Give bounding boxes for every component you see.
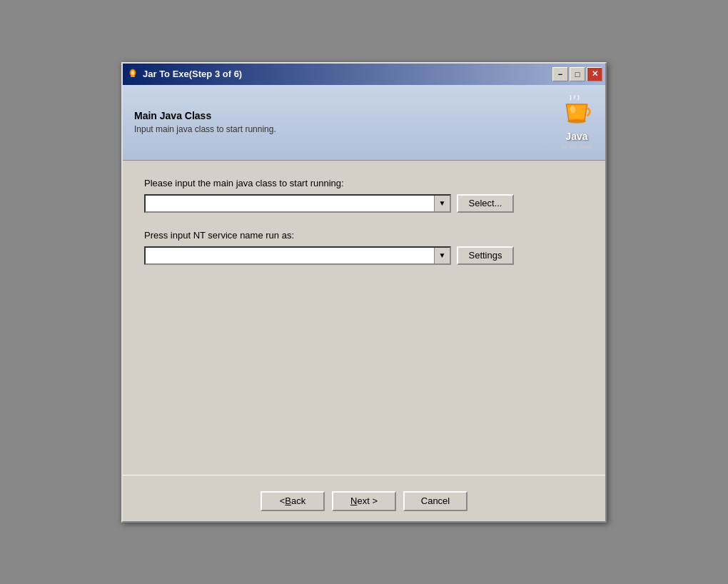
java-cup-icon — [560, 95, 594, 129]
footer-buttons-area: < Back Next > Cancel — [123, 484, 605, 521]
title-bar-left: Jar To Exe(Step 3 of 6) — [127, 69, 242, 80]
nt-service-field-group: Press input NT service name run as: ▼ Se… — [144, 230, 584, 265]
main-class-field-group: Please input the main java class to star… — [144, 178, 584, 213]
main-class-label: Please input the main java class to star… — [144, 178, 584, 188]
footer-buttons: < Back Next > Cancel — [137, 491, 591, 511]
main-class-row: ▼ Select... — [144, 194, 584, 213]
settings-button[interactable]: Settings — [457, 246, 514, 265]
minimize-button[interactable]: − — [552, 67, 568, 81]
title-buttons: − □ ✕ — [552, 67, 602, 81]
main-class-dropdown-arrow[interactable]: ▼ — [434, 196, 450, 211]
back-button[interactable]: < Back — [261, 491, 325, 511]
window-icon — [127, 69, 138, 80]
title-bar: Jar To Exe(Step 3 of 6) − □ ✕ — [123, 64, 605, 85]
footer-area: < Back Next > Cancel — [123, 475, 605, 521]
cancel-button[interactable]: Cancel — [403, 491, 467, 511]
nt-service-input[interactable] — [146, 248, 434, 263]
header-area: Main Java Class Input main java class to… — [123, 85, 605, 161]
nt-service-label: Press input NT service name run as: — [144, 230, 584, 241]
next-label: Next > — [350, 495, 378, 506]
header-heading: Main Java Class — [134, 110, 276, 121]
select-button[interactable]: Select... — [457, 194, 514, 213]
content-area: Please input the main java class to star… — [123, 161, 605, 475]
footer-separator — [123, 475, 605, 475]
java-logo-text: Java — [565, 131, 587, 142]
svg-point-3 — [567, 119, 586, 124]
main-class-combo[interactable]: ▼ — [144, 194, 451, 213]
nt-service-dropdown-arrow[interactable]: ▼ — [434, 248, 450, 263]
main-class-input[interactable] — [146, 196, 434, 211]
back-label: Back — [285, 495, 305, 506]
header-text: Main Java Class Input main java class to… — [134, 110, 276, 134]
nt-service-combo[interactable]: ▼ — [144, 246, 451, 265]
main-window: Jar To Exe(Step 3 of 6) − □ ✕ Main Java … — [121, 62, 607, 523]
svg-point-1 — [131, 71, 134, 75]
java-logo: Java for Windows — [560, 95, 594, 150]
close-button[interactable]: ✕ — [587, 67, 602, 81]
svg-rect-2 — [131, 76, 135, 77]
next-button[interactable]: Next > — [332, 491, 396, 511]
java-logo-subtext: for Windows — [561, 144, 592, 150]
nt-service-row: ▼ Settings — [144, 246, 584, 265]
header-subtext: Input main java class to start running. — [134, 124, 276, 134]
restore-button[interactable]: □ — [570, 67, 585, 81]
window-title: Jar To Exe(Step 3 of 6) — [143, 69, 242, 79]
